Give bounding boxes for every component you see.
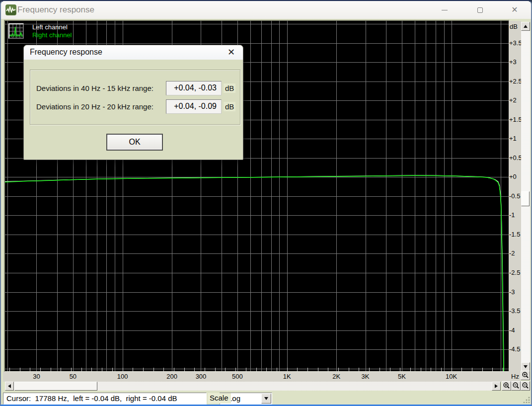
y-tick-label: -2 xyxy=(509,249,515,257)
vertical-scrollbar[interactable] xyxy=(521,22,530,371)
y-tick-label: +1 xyxy=(509,135,517,143)
zoom-out-vertical-button[interactable] xyxy=(521,381,530,391)
deviation-unit-20hz-20khz: dB xyxy=(224,102,235,111)
scroll-right-button[interactable] xyxy=(492,382,501,391)
horizontal-scrollbar-thumb[interactable] xyxy=(14,382,97,391)
vertical-scrollbar-thumb[interactable] xyxy=(521,191,530,206)
chevron-down-icon xyxy=(264,397,268,402)
x-tick-label: 100 xyxy=(113,373,133,380)
arrow-down-icon xyxy=(524,365,528,370)
y-tick-label: -1 xyxy=(509,211,515,219)
maximize-button[interactable] xyxy=(468,2,491,18)
deviation-value-20hz-20khz: +0.04, -0.09 xyxy=(166,99,222,114)
frequency-response-window: Frequency response ✕ Left channe xyxy=(0,0,532,406)
deviation-label-40hz-15khz: Deviations in 40 Hz - 15 kHz range: xyxy=(36,84,153,92)
spectrum-icon xyxy=(9,24,23,38)
close-button[interactable]: ✕ xyxy=(503,2,526,18)
y-tick-label: +2.5 xyxy=(509,78,522,85)
x-axis-unit: Hz xyxy=(511,373,519,380)
legend-left-channel: Left channel xyxy=(32,23,72,31)
arrow-right-icon xyxy=(495,384,500,388)
maximize-icon xyxy=(477,7,483,13)
x-tick-label: 500 xyxy=(228,373,247,380)
dialog-titlebar[interactable]: Frequency response ✕ xyxy=(24,45,243,60)
x-axis-labels: Hz 30501002003005001K2K3K5K10K xyxy=(3,372,521,382)
x-tick-label: 2K xyxy=(326,373,346,380)
scale-label: Scale xyxy=(208,393,231,404)
close-icon: ✕ xyxy=(511,6,518,14)
y-tick-label: +3.5 xyxy=(509,39,522,47)
x-tick-label: 50 xyxy=(63,373,83,380)
y-tick-label: -3.5 xyxy=(509,307,520,315)
zoom-in-icon xyxy=(522,372,529,379)
x-axis-minor-ticks xyxy=(10,368,503,371)
zoom-in-vertical-button[interactable] xyxy=(521,371,530,380)
y-tick-label: -4 xyxy=(509,326,515,334)
zoom-in-icon xyxy=(503,382,510,390)
dialog-title: Frequency response xyxy=(30,48,102,57)
x-tick-label: 300 xyxy=(191,373,211,380)
legend-right-channel: Right channel xyxy=(32,31,72,39)
y-tick-label: -0.5 xyxy=(509,192,520,200)
y-tick-label: -1.5 xyxy=(509,231,520,239)
x-tick-label: 1K xyxy=(277,373,297,380)
y-tick-label: -2.5 xyxy=(509,269,520,277)
y-tick-label: +1.5 xyxy=(509,116,522,124)
y-axis-unit: dB xyxy=(510,23,518,30)
cursor-readout: Cursor: 17788 Hz, left = -0.04 dB, right… xyxy=(3,393,207,405)
app-icon xyxy=(5,4,16,15)
resize-grip[interactable] xyxy=(523,395,531,403)
window-titlebar[interactable]: Frequency response ✕ xyxy=(1,1,531,19)
deviation-label-20hz-20khz: Deviations in 20 Hz - 20 kHz range: xyxy=(36,102,153,111)
zoom-in-horizontal-button[interactable] xyxy=(502,381,511,391)
y-tick-label: +0 xyxy=(509,173,517,181)
x-tick-label: 30 xyxy=(26,373,46,380)
x-tick-label: 3K xyxy=(356,373,376,380)
y-axis-labels: dB +3.5+3+2.5+2+1.5+1+0.5+0-0.5-1-1.5-2-… xyxy=(509,21,521,372)
x-tick-label: 200 xyxy=(162,373,182,380)
zoom-out-icon xyxy=(512,382,520,390)
arrow-up-icon xyxy=(524,23,528,28)
series-right-channel xyxy=(5,175,504,371)
dialog-close-button[interactable]: ✕ xyxy=(228,47,235,58)
y-tick-label: +3 xyxy=(509,58,517,66)
y-tick-label: -3 xyxy=(509,288,515,296)
chart-legend: Left channel Right channel xyxy=(8,23,72,39)
ok-button[interactable]: OK xyxy=(106,134,163,151)
horizontal-scrollbar[interactable] xyxy=(5,382,501,391)
frequency-response-dialog: Frequency response ✕ Deviations in 40 Hz… xyxy=(23,45,243,160)
arrow-left-icon xyxy=(6,384,11,388)
spectrum-icon-button[interactable] xyxy=(8,23,24,39)
series-left-channel xyxy=(5,175,504,371)
dropdown-button[interactable] xyxy=(261,394,271,404)
minimize-button[interactable] xyxy=(433,2,456,18)
scroll-left-button[interactable] xyxy=(5,382,14,391)
scroll-down-button[interactable] xyxy=(521,362,530,371)
x-tick-label: 10K xyxy=(442,373,461,380)
zoom-out-horizontal-button[interactable] xyxy=(511,381,521,391)
x-tick-label: 5K xyxy=(392,373,412,380)
deviation-value-40hz-15khz: +0.04, -0.03 xyxy=(166,81,222,95)
deviation-unit-40hz-15khz: dB xyxy=(224,83,235,93)
y-tick-label: -4.5 xyxy=(509,345,520,353)
zoom-out-icon xyxy=(522,382,529,390)
y-tick-label: +0.5 xyxy=(509,154,522,162)
deviations-groupbox xyxy=(30,70,240,125)
minimize-icon xyxy=(442,10,448,10)
y-tick-label: +2 xyxy=(509,96,517,104)
scroll-up-button[interactable] xyxy=(521,22,530,31)
window-title: Frequency response xyxy=(17,1,94,19)
